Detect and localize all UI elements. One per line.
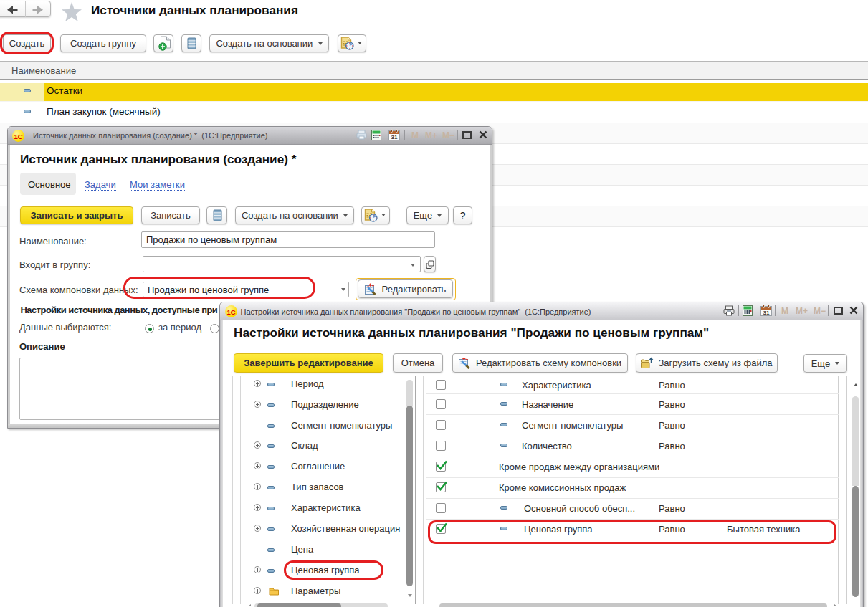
svg-text:31: 31 — [391, 134, 398, 140]
svg-text:31: 31 — [763, 310, 770, 316]
